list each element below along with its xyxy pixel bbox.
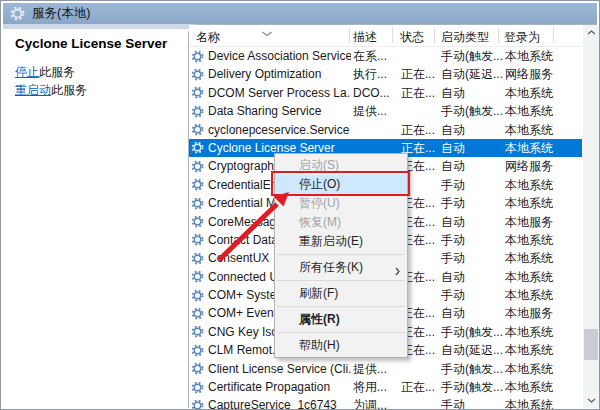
column-header-1[interactable]: 描述: [353, 29, 377, 46]
table-row-Data Sharing Service[interactable]: Data Sharing Service提供...手动(触发...本地系统: [189, 102, 582, 120]
column-header-2[interactable]: 状态: [400, 29, 424, 46]
table-row-Delivery Optimization[interactable]: Delivery Optimization执行...正在...自动(延迟...网…: [189, 65, 582, 83]
scrollbar-thumb[interactable]: [584, 329, 598, 360]
cell-logon-as: 本地系统: [505, 341, 579, 359]
menu-item-暂停(U): 暂停(U): [275, 194, 407, 213]
service-gear-icon: [191, 289, 204, 305]
service-gear-icon: [191, 399, 204, 409]
menu-item-刷新(F)[interactable]: 刷新(F): [275, 284, 407, 303]
context-menu: 启动(S)停止(O)暂停(U)恢复(M)重新启动(E)所有任务(K)刷新(F)属…: [274, 153, 408, 358]
restart-service-line: 重启动此服务: [15, 82, 87, 99]
cell-description: [353, 121, 399, 139]
submenu-arrow-icon: [395, 263, 400, 282]
table-row-Certificate Propagation[interactable]: Certificate Propagation将用...正在...手动(触发..…: [189, 378, 582, 396]
vertical-scrollbar[interactable]: [583, 25, 599, 408]
column-separator: [392, 27, 393, 43]
service-gear-icon: [191, 50, 204, 66]
cell-name: Client License Service (Cli...: [189, 360, 351, 378]
service-gear-icon: [191, 344, 204, 360]
services-window: 服务(本地) Cyclone License Server 停止此服务 重启动此…: [0, 0, 600, 410]
service-gear-icon: [191, 381, 204, 397]
table-row-Client License Service (Cli...[interactable]: Client License Service (Cli...提供...手动(触发…: [189, 360, 582, 378]
services-gear-icon: [10, 6, 25, 21]
cell-logon-as: 本地系统: [505, 194, 579, 212]
menu-separator: [277, 306, 405, 307]
menu-item-恢复(M): 恢复(M): [275, 213, 407, 232]
stop-service-link[interactable]: 停止: [15, 65, 39, 79]
cell-startup-type: 手动(触发...: [441, 360, 503, 378]
cell-startup-type: 自动: [441, 304, 503, 322]
scroll-down-icon[interactable]: [583, 393, 599, 408]
column-header-4[interactable]: 登录为: [504, 29, 540, 46]
menu-item-重新启动(E)[interactable]: 重新启动(E): [275, 232, 407, 251]
cell-logon-as: 本地系统: [505, 121, 579, 139]
service-gear-icon: [191, 178, 204, 194]
cell-name: Data Sharing Service: [189, 102, 351, 120]
cell-name: DCOM Server Process La...: [189, 84, 351, 102]
cell-description: 为调...: [353, 396, 399, 409]
service-gear-icon: [191, 307, 204, 323]
services-header-bar: 服务(本地): [3, 3, 597, 24]
cell-logon-as: 网络服务: [505, 65, 579, 83]
cell-status: 正在...: [401, 84, 437, 102]
column-header-3[interactable]: 启动类型: [441, 29, 489, 46]
cell-startup-type: 自动: [441, 84, 503, 102]
cell-logon-as: 本地系统: [505, 139, 579, 157]
menu-separator: [277, 254, 405, 255]
service-gear-icon: [191, 105, 204, 121]
scroll-up-icon[interactable]: [583, 25, 599, 40]
cell-logon-as: 本地系统: [505, 378, 579, 396]
cell-name: cyclonepceservice.Service: [189, 121, 351, 139]
cell-status: [401, 47, 437, 65]
service-gear-icon: [191, 160, 204, 176]
table-header: 名称描述状态启动类型登录为: [189, 25, 582, 46]
extended-view-pane: Cyclone License Server 停止此服务 重启动此服务: [3, 29, 187, 408]
service-gear-icon: [191, 86, 204, 102]
table-row-DCOM Server Process La...[interactable]: DCOM Server Process La...DCO...正在...自动本地…: [189, 84, 582, 102]
cell-logon-as: 本地系统: [505, 47, 579, 65]
menu-separator: [277, 280, 405, 281]
table-row-CaptureService_1c6743[interactable]: CaptureService_1c6743为调...手动本地系统: [189, 396, 582, 409]
menu-item-停止(O)[interactable]: 停止(O): [275, 175, 407, 194]
menu-item-属性(R)[interactable]: 属性(R): [275, 310, 407, 329]
column-header-0[interactable]: 名称: [196, 29, 220, 46]
cell-logon-as: 本地系统: [505, 102, 579, 120]
cell-logon-as: 本地系统: [505, 176, 579, 194]
cell-startup-type: 手动(触发...: [441, 102, 503, 120]
cell-startup-type: 手动(触发...: [441, 323, 503, 341]
cell-startup-type: 手动: [441, 194, 503, 212]
cell-status: [401, 102, 437, 120]
service-gear-icon: [191, 123, 204, 139]
table-row-Device Association Service[interactable]: Device Association Service在系...手动(触发...本…: [189, 47, 582, 65]
menu-item-帮助(H)[interactable]: 帮助(H): [275, 336, 407, 355]
service-gear-icon: [191, 233, 204, 249]
cell-status: 正在...: [401, 65, 437, 83]
cell-startup-type: 手动: [441, 286, 503, 304]
restart-service-link[interactable]: 重启动: [15, 83, 51, 97]
cell-logon-as: 本地系统: [505, 360, 579, 378]
cell-name: Certificate Propagation: [189, 378, 351, 396]
cell-description: DCO...: [353, 84, 399, 102]
service-gear-icon: [191, 141, 204, 157]
menu-item-所有任务(K)[interactable]: 所有任务(K): [275, 258, 407, 277]
cell-description: 提供...: [353, 360, 399, 378]
cell-description: 将用...: [353, 378, 399, 396]
cell-startup-type: 手动: [441, 396, 503, 409]
cell-startup-type: 手动: [441, 249, 503, 267]
table-row-cyclonepceservice.Service[interactable]: cyclonepceservice.Service正在...自动本地系统: [189, 121, 582, 139]
cell-startup-type: 自动: [441, 139, 503, 157]
cell-startup-type: 手动: [441, 231, 503, 249]
service-gear-icon: [191, 362, 204, 378]
cell-logon-as: 网络服务: [505, 157, 579, 175]
sort-descending-icon[interactable]: [261, 26, 273, 40]
cell-description: 执行...: [353, 65, 399, 83]
service-gear-icon: [191, 270, 204, 286]
cell-logon-as: 本地系统: [505, 268, 579, 286]
page-title: 服务(本地): [32, 5, 90, 22]
cell-status: 正在...: [401, 378, 437, 396]
cell-status: [401, 396, 437, 409]
cell-logon-as: 本地服务: [505, 213, 579, 231]
cell-status: [401, 360, 437, 378]
cell-startup-type: 手动(触发...: [441, 47, 503, 65]
service-gear-icon: [191, 215, 204, 231]
